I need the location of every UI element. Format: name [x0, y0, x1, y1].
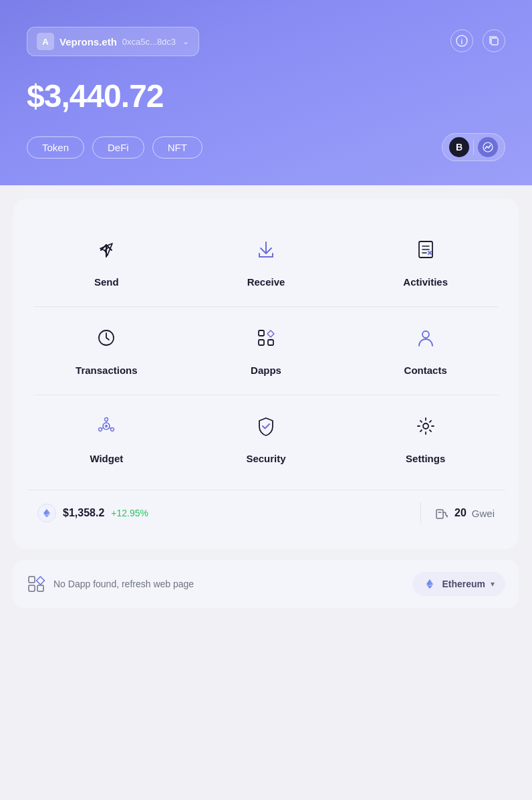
svg-point-14: [111, 428, 114, 431]
activities-icon: [408, 232, 443, 267]
transactions-icon: [89, 320, 124, 355]
send-icon: [89, 232, 124, 267]
action-contacts[interactable]: Contacts: [346, 307, 505, 395]
gas-info: 20 Gwei: [434, 506, 495, 520]
tab-token[interactable]: Token: [27, 136, 84, 159]
avatar: A: [37, 33, 54, 50]
svg-point-15: [423, 423, 428, 429]
network-name: Ethereum: [442, 579, 485, 589]
no-dapp-message: No Dapp found, refresh web page: [53, 579, 404, 589]
partner-logos: [442, 133, 505, 161]
security-icon: [249, 409, 283, 443]
action-security[interactable]: Security: [186, 395, 346, 483]
svg-rect-2: [491, 38, 498, 45]
info-button[interactable]: i: [450, 29, 473, 52]
activities-label: Activities: [403, 276, 448, 288]
eth-price-value: $1,358.2: [63, 507, 104, 519]
balance-display: $3,440.72: [27, 78, 505, 114]
network-selector[interactable]: Ethereum ▾: [412, 572, 505, 596]
wallet-header: A Veprons.eth 0xca5c...8dc3 ⌄ i $3,440.7…: [0, 0, 532, 185]
svg-point-13: [99, 428, 102, 431]
svg-point-9: [422, 331, 429, 338]
copy-button[interactable]: [483, 29, 505, 52]
svg-rect-7: [259, 340, 264, 345]
svg-point-11: [105, 425, 108, 427]
stats-divider: [420, 502, 421, 524]
svg-rect-17: [29, 577, 35, 583]
tab-nft[interactable]: NFT: [152, 136, 203, 159]
partner-logo-chart[interactable]: [478, 137, 498, 157]
partner-logo-b[interactable]: [449, 137, 469, 157]
action-settings[interactable]: Settings: [346, 395, 505, 483]
widget-icon: [89, 409, 124, 443]
chevron-down-icon: ⌄: [182, 37, 189, 46]
partner-divider: [473, 140, 474, 155]
dapps-icon: [249, 320, 283, 355]
action-dapps[interactable]: Dapps: [186, 307, 346, 395]
bottom-bar: No Dapp found, refresh web page Ethereum…: [13, 560, 519, 608]
address-bar[interactable]: A Veprons.eth 0xca5c...8dc3 ⌄: [27, 27, 199, 56]
svg-rect-18: [29, 585, 35, 591]
svg-point-12: [105, 418, 108, 421]
contacts-icon: [408, 320, 443, 355]
transactions-label: Transactions: [76, 365, 138, 376]
main-card: Send Receive: [13, 199, 519, 549]
settings-icon: [408, 409, 443, 443]
action-widget[interactable]: Widget: [27, 395, 186, 483]
wallet-address: 0xca5c...8dc3: [122, 37, 176, 47]
settings-label: Settings: [406, 453, 445, 464]
dapps-label: Dapps: [251, 365, 281, 376]
gas-unit: Gwei: [472, 508, 495, 519]
action-send[interactable]: Send: [27, 219, 186, 306]
dapps-bottom-icon: [27, 575, 45, 593]
contacts-label: Contacts: [404, 365, 447, 376]
eth-price-change: +12.95%: [111, 508, 148, 518]
svg-rect-16: [436, 510, 443, 518]
eth-logo: [37, 504, 56, 522]
svg-rect-6: [259, 330, 264, 336]
wallet-name: Veprons.eth: [59, 36, 117, 47]
action-activities[interactable]: Activities: [346, 219, 505, 306]
network-chevron-icon: ▾: [491, 579, 495, 589]
svg-text:i: i: [461, 38, 463, 45]
stats-row: $1,358.2 +12.95% 20 Gwei: [27, 490, 505, 536]
svg-rect-8: [268, 340, 273, 345]
actions-grid: Send Receive: [27, 219, 505, 483]
svg-rect-19: [37, 585, 43, 591]
receive-icon: [249, 232, 283, 267]
tab-row: Token DeFi NFT: [27, 133, 505, 161]
receive-label: Receive: [247, 276, 285, 288]
gas-value: 20: [454, 507, 467, 519]
header-icons: i: [450, 29, 505, 52]
widget-label: Widget: [90, 453, 123, 464]
ethereum-network-icon: [423, 577, 436, 591]
tab-defi[interactable]: DeFi: [92, 136, 144, 159]
security-label: Security: [246, 453, 285, 464]
gas-icon: [434, 506, 449, 520]
action-transactions[interactable]: Transactions: [27, 307, 186, 395]
eth-price: $1,358.2 +12.95%: [37, 504, 407, 522]
send-label: Send: [94, 276, 119, 288]
action-receive[interactable]: Receive: [186, 219, 346, 306]
